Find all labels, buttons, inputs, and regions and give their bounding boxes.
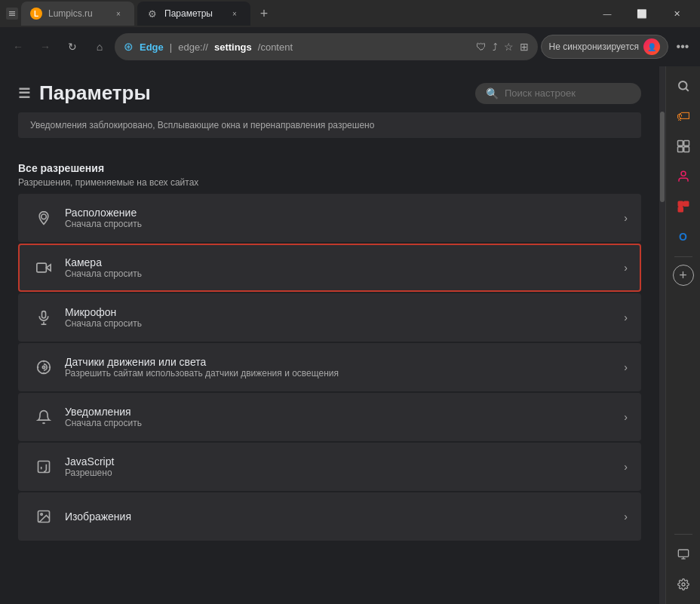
- svg-point-11: [41, 514, 43, 516]
- permission-name-javascript: JavaScript: [65, 455, 615, 468]
- url-brand: Edge: [140, 41, 164, 53]
- sidebar-bottom: [670, 528, 697, 598]
- permission-item-sensors[interactable]: Датчики движения или света Разрешить сай…: [18, 343, 641, 391]
- back-button[interactable]: ←: [6, 35, 30, 59]
- permission-item-microphone[interactable]: Микрофон Сначала спросить ›: [18, 293, 641, 342]
- sidebar-search-icon[interactable]: [670, 72, 697, 100]
- sidebar-settings-icon[interactable]: [670, 571, 697, 598]
- chevron-camera-icon: ›: [624, 262, 628, 274]
- permission-item-location[interactable]: Расположение Сначала спросить ›: [18, 194, 641, 242]
- svg-rect-1: [9, 13, 15, 14]
- chevron-location-icon: ›: [624, 212, 628, 224]
- permission-desc-location: Сначала спросить: [65, 219, 615, 229]
- home-button[interactable]: ⌂: [88, 35, 112, 59]
- permission-item-notifications[interactable]: Уведомления Сначала спросить ›: [18, 393, 641, 441]
- sidebar-collections-icon[interactable]: [670, 133, 697, 160]
- sidebar-outlook-icon[interactable]: O: [670, 223, 697, 250]
- permission-desc-javascript: Разрешено: [65, 468, 615, 478]
- right-sidebar: 🏷 O +: [665, 66, 700, 604]
- permission-item-camera[interactable]: Камера Сначала спросить ›: [18, 244, 641, 292]
- sync-button[interactable]: Не синхронизируется 👤: [541, 35, 668, 59]
- svg-rect-9: [38, 461, 50, 473]
- permission-item-javascript[interactable]: JavaScript Разрешено ›: [18, 443, 641, 491]
- security-icon: 🛡: [476, 41, 487, 53]
- refresh-button[interactable]: ↻: [60, 35, 84, 59]
- url-bold-part: settings: [214, 41, 252, 53]
- page-title: Параметры: [39, 81, 151, 105]
- svg-rect-16: [677, 147, 683, 152]
- chevron-notifications-icon: ›: [624, 411, 628, 423]
- forward-button[interactable]: →: [33, 35, 57, 59]
- permission-name-camera: Камера: [65, 256, 615, 268]
- sidebar-office-icon[interactable]: [670, 193, 697, 220]
- permission-desc-camera: Сначала спросить: [65, 268, 615, 279]
- permission-text-microphone: Микрофон Сначала спросить: [56, 306, 624, 329]
- search-input[interactable]: [505, 87, 625, 99]
- images-icon: [32, 504, 56, 529]
- url-separator: |: [170, 41, 172, 53]
- sidebar-profile-icon[interactable]: [670, 163, 697, 190]
- sidebar-divider: [674, 256, 692, 257]
- minimize-button[interactable]: —: [590, 0, 625, 27]
- new-tab-button[interactable]: +: [253, 3, 275, 24]
- user-avatar: 👤: [643, 38, 660, 55]
- search-box[interactable]: 🔍: [475, 83, 641, 104]
- svg-rect-0: [9, 11, 15, 12]
- sidebar-favorites-icon[interactable]: 🏷: [670, 103, 697, 130]
- svg-rect-22: [678, 550, 688, 556]
- url-suffix: /content: [258, 41, 293, 53]
- permission-text-javascript: JavaScript Разрешено: [56, 455, 624, 478]
- tab-lumpics[interactable]: L Lumpics.ru ×: [21, 2, 134, 26]
- svg-rect-19: [678, 201, 683, 206]
- chevron-javascript-icon: ›: [624, 461, 628, 473]
- javascript-icon: [32, 455, 56, 479]
- hamburger-icon[interactable]: ☰: [18, 85, 30, 102]
- tab-settings[interactable]: ⚙ Параметры ×: [137, 2, 250, 26]
- more-button[interactable]: •••: [671, 35, 694, 58]
- titlebar: L Lumpics.ru × ⚙ Параметры × + — ⬜ ✕: [0, 0, 700, 27]
- permission-text-notifications: Уведомления Сначала спросить: [56, 406, 624, 428]
- tab-close-lumpics[interactable]: ×: [112, 7, 125, 20]
- settings-header: ☰ Параметры 🔍: [0, 66, 659, 112]
- svg-point-12: [679, 81, 687, 90]
- permission-text-images: Изображения: [56, 510, 624, 523]
- permission-name-images: Изображения: [65, 510, 615, 523]
- microphone-icon: [32, 305, 56, 330]
- tab-label-settings: Параметры: [164, 8, 219, 19]
- edge-logo-icon: ⊛: [124, 40, 134, 54]
- section-subtitle: Разрешения, применяемые на всех сайтах: [18, 177, 641, 188]
- scrollbar-thumb[interactable]: [660, 112, 665, 202]
- permission-name-microphone: Микрофон: [65, 306, 615, 318]
- sidebar-add-button[interactable]: +: [673, 265, 694, 286]
- permission-text-sensors: Датчики движения или света Разрешить сай…: [56, 356, 624, 379]
- svg-rect-14: [677, 141, 683, 146]
- permission-name-sensors: Датчики движения или света: [65, 356, 615, 368]
- notifications-icon: [32, 405, 56, 429]
- addressbar: ← → ↻ ⌂ ⊛ Edge | edge://settings/content…: [0, 27, 700, 66]
- close-button[interactable]: ✕: [659, 0, 694, 27]
- sidebar-screen-icon[interactable]: [670, 541, 697, 568]
- url-bar[interactable]: ⊛ Edge | edge://settings/content 🛡 ⤴ ☆ ⊞: [115, 33, 538, 60]
- collections-icon[interactable]: ⊞: [520, 41, 529, 53]
- notification-text: Уведомления заблокировано, Всплывающие о…: [30, 120, 374, 130]
- tab-close-settings[interactable]: ×: [228, 7, 241, 20]
- maximize-button[interactable]: ⬜: [625, 0, 659, 27]
- favorites-icon[interactable]: ☆: [504, 41, 514, 53]
- window-menu-icon[interactable]: [6, 8, 18, 20]
- share-icon: ⤴: [493, 41, 498, 53]
- tab-favicon-settings: ⚙: [146, 8, 158, 20]
- location-icon: [32, 206, 56, 230]
- search-icon: 🔍: [486, 87, 499, 100]
- tab-favicon-lumpics: L: [30, 8, 42, 20]
- permission-name-location: Расположение: [65, 207, 615, 219]
- scrollbar-track[interactable]: [659, 66, 665, 604]
- camera-icon: [32, 256, 56, 280]
- svg-rect-5: [42, 311, 46, 318]
- svg-line-13: [686, 88, 688, 90]
- svg-point-25: [682, 583, 685, 586]
- svg-rect-17: [683, 147, 689, 152]
- permission-item-images[interactable]: Изображения ›: [18, 492, 641, 541]
- url-right-icons: 🛡 ⤴ ☆ ⊞: [476, 41, 529, 53]
- chevron-sensors-icon: ›: [624, 361, 628, 373]
- permission-text-camera: Камера Сначала спросить: [56, 256, 624, 279]
